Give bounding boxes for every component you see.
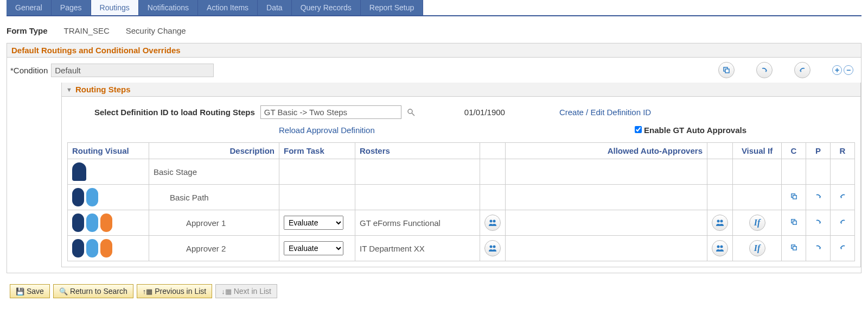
auto-approvers-cell	[506, 185, 707, 210]
add-row-icon[interactable]: +	[832, 65, 842, 75]
routing-steps-title: Routing Steps	[75, 85, 131, 94]
undo-icon[interactable]	[839, 218, 846, 227]
tab-query-records[interactable]: Query Records	[292, 0, 361, 15]
reload-link[interactable]: Reload Approval Definition	[279, 125, 375, 135]
col-r: R	[831, 143, 855, 159]
next-label: Next in List	[234, 287, 271, 296]
copy-icon[interactable]	[718, 62, 735, 78]
enable-auto-checkbox[interactable]	[635, 126, 642, 133]
auto-approvers-cell	[506, 159, 707, 185]
save-icon: 💾	[16, 287, 24, 296]
previous-in-list-button[interactable]: ↑▦ Previous in List	[137, 284, 212, 298]
svg-rect-5	[793, 196, 796, 199]
roster-button-cell	[480, 159, 506, 185]
undo-icon[interactable]	[839, 192, 846, 202]
tab-data[interactable]: Data	[258, 0, 292, 15]
lookup-icon[interactable]	[407, 108, 416, 117]
col-roster-btn	[480, 143, 506, 159]
return-to-search-button[interactable]: 🔍 Return to Search	[53, 284, 133, 298]
visual-if-cell	[733, 159, 782, 185]
visual-if-icon[interactable]: If	[749, 240, 765, 256]
svg-point-13	[493, 246, 496, 248]
definition-label: Select Definition ID to load Routing Ste…	[94, 108, 255, 117]
tab-general[interactable]: General	[7, 0, 52, 15]
undo-icon[interactable]	[794, 62, 810, 78]
down-arrow-icon[interactable]	[756, 62, 773, 78]
roster-people-icon[interactable]	[484, 215, 501, 231]
definition-date: 01/01/1900	[464, 108, 505, 117]
cpr-cell-r	[831, 210, 855, 236]
auto-approver-people-icon[interactable]	[712, 215, 728, 231]
form-type-label: Form Type	[7, 26, 48, 35]
search-icon: 🔍	[59, 287, 68, 296]
move-down-icon[interactable]	[815, 218, 822, 227]
stage-capsule-icon	[72, 162, 86, 181]
cpr-cell-r	[831, 159, 855, 185]
reload-row: Reload Approval Definition Enable GT Aut…	[62, 122, 860, 138]
roster-cell: IT Department XX	[355, 236, 480, 261]
tab-routings[interactable]: Routings	[91, 0, 139, 15]
cpr-cell-p	[806, 185, 831, 210]
cpr-cell-p	[806, 159, 831, 185]
definition-input[interactable]	[260, 105, 401, 119]
routing-steps-header[interactable]: ▼ Routing Steps	[62, 83, 860, 97]
next-in-list-button: ↓▦ Next in List	[215, 284, 277, 298]
condition-toolbar: + −	[718, 62, 858, 78]
next-icon: ↓▦	[221, 287, 232, 296]
cpr-cell-r	[831, 185, 855, 210]
copy-icon[interactable]	[790, 218, 797, 227]
move-down-icon[interactable]	[815, 243, 822, 253]
form-task-select[interactable]: Evaluate	[284, 241, 343, 255]
routing-visual-cell	[68, 185, 149, 210]
tab-action-items[interactable]: Action Items	[198, 0, 258, 15]
cpr-cell-c	[782, 236, 806, 261]
description-cell: Approver 2	[149, 236, 279, 261]
condition-label: Condition	[10, 66, 48, 75]
tab-pages[interactable]: Pages	[52, 0, 91, 15]
col-description: Description	[149, 143, 279, 159]
routing-visual-cell	[68, 210, 149, 236]
auto-approvers-cell	[506, 210, 707, 236]
copy-icon[interactable]	[790, 243, 797, 253]
stage-capsule-icon	[72, 188, 84, 206]
cpr-cell-p	[806, 236, 831, 261]
form-type-row: Form Type TRAIN_SEC Security Change	[0, 16, 868, 43]
auto-button-cell	[707, 185, 733, 210]
roster-cell	[355, 185, 480, 210]
auto-approver-people-icon[interactable]	[712, 240, 728, 256]
cpr-cell-c	[782, 185, 806, 210]
move-down-icon[interactable]	[815, 192, 822, 202]
cpr-cell-p	[806, 210, 831, 236]
collapse-icon[interactable]: ▼	[66, 86, 72, 93]
form-task-cell	[279, 185, 355, 210]
form-task-select[interactable]: Evaluate	[284, 216, 343, 230]
remove-row-icon[interactable]: −	[844, 65, 853, 75]
routing-steps-table: Routing Visual Description Form Task Ros…	[67, 142, 855, 261]
bottom-toolbar: 💾 Save 🔍 Return to Search ↑▦ Previous in…	[0, 284, 868, 309]
path-capsule-icon	[86, 213, 98, 232]
cpr-cell-c	[782, 210, 806, 236]
col-routing-visual: Routing Visual	[68, 143, 149, 159]
roster-cell	[355, 159, 480, 185]
table-row: Approver 2EvaluateIT Department XXIf	[68, 236, 855, 261]
create-edit-link[interactable]: Create / Edit Definition ID	[559, 108, 651, 117]
col-visual-if: Visual If	[733, 143, 782, 159]
stage-capsule-icon	[72, 213, 84, 232]
copy-icon[interactable]	[790, 192, 797, 202]
condition-input[interactable]	[51, 64, 214, 77]
save-button[interactable]: 💾 Save	[10, 284, 50, 298]
col-p: P	[806, 143, 831, 159]
tab-notifications[interactable]: Notifications	[139, 0, 198, 15]
tab-report-setup[interactable]: Report Setup	[361, 0, 424, 15]
col-auto-approvers: Allowed Auto-Approvers	[506, 143, 707, 159]
auto-button-cell	[707, 236, 733, 261]
visual-if-icon[interactable]: If	[749, 215, 765, 231]
cpr-cell-r	[831, 236, 855, 261]
path-capsule-icon	[86, 188, 98, 206]
roster-people-icon[interactable]	[484, 240, 501, 256]
description-cell: Basic Path	[149, 185, 279, 210]
auto-button-cell	[707, 210, 733, 236]
visual-if-cell	[733, 185, 782, 210]
undo-icon[interactable]	[839, 243, 846, 253]
form-task-cell	[279, 159, 355, 185]
